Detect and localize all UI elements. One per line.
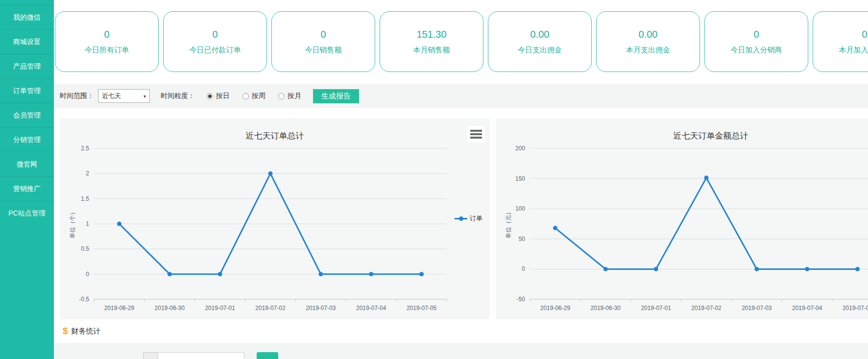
y-tick-label: 200 (515, 145, 525, 152)
toolbox-bar (470, 130, 482, 132)
stat-label: 今日支出佣金 (518, 46, 562, 55)
data-point (168, 272, 172, 276)
x-tick-label: 2019-07-05 (843, 305, 868, 311)
legend-item-orders[interactable]: 订单 (455, 214, 482, 223)
data-point (218, 272, 222, 276)
x-tick-label: 2019-07-02 (255, 305, 286, 311)
sidebar-item-label: 分销管理 (13, 136, 41, 144)
orders-line-chart: 近七天订单总计单位（个）2.521.510.50-0.52019-06-2920… (60, 118, 490, 319)
finance-input-group (143, 352, 278, 359)
stat-label: 今日加入分销商 (731, 46, 782, 55)
x-tick-label: 2019-07-04 (356, 305, 386, 311)
data-line (555, 178, 857, 269)
radio-by-week[interactable]: 按周 (242, 92, 265, 100)
stat-value: 151.30 (416, 29, 446, 40)
data-point (704, 175, 709, 180)
stat-value: 0 (104, 29, 109, 40)
stat-value: 0 (862, 29, 867, 40)
stat-card-month-commission: 0.00 本月支出佣金 (596, 11, 700, 72)
data-point (553, 226, 557, 230)
toolbox-bar (470, 133, 482, 135)
y-tick-label: 150 (515, 175, 525, 182)
granularity-radio-group: 按日 按周 按月 (207, 92, 301, 100)
x-tick-label: 2019-07-03 (306, 305, 336, 311)
x-tick-label: 2019-07-01 (641, 305, 671, 311)
x-tick-label: 2019-07-03 (742, 305, 772, 311)
time-range-selected-value: 近七天 (102, 92, 121, 100)
radio-label: 按月 (288, 92, 301, 100)
chart-toolbox-icon[interactable] (467, 126, 485, 143)
data-point (754, 267, 759, 271)
x-tick-label: 2019-07-02 (691, 305, 722, 311)
data-point (855, 267, 860, 271)
finance-input[interactable] (158, 352, 244, 359)
sidebar-item-label: 微官网 (17, 160, 37, 169)
data-point (318, 272, 323, 276)
charts-row: 近七天订单总计单位（个）2.521.510.50-0.52019-06-2920… (54, 108, 868, 319)
stat-value: 0.00 (530, 29, 550, 40)
x-tick-label: 2019-07-05 (407, 305, 437, 311)
stat-label: 今日销售额 (305, 46, 342, 55)
stat-card-today-sales: 0 今日销售额 (271, 11, 375, 72)
sidebar-item-my-wechat[interactable]: 我的微信 (0, 5, 54, 29)
data-point (603, 267, 608, 271)
y-tick-label: 100 (515, 205, 525, 212)
y-tick-label: 1.5 (81, 195, 89, 202)
stat-value: 0 (320, 29, 326, 40)
data-point (268, 171, 273, 176)
x-tick-label: 2019-07-01 (205, 305, 235, 311)
finance-section-header: $ 财务统计 (54, 319, 868, 343)
y-tick-label: 2 (86, 170, 89, 177)
sidebar-item-pc-site[interactable]: PC站点管理 (0, 201, 54, 225)
finance-section-body (54, 343, 868, 359)
radio-by-month[interactable]: 按月 (278, 92, 301, 100)
stat-card-month-sales: 151.30 本月销售额 (380, 11, 483, 72)
sidebar-item-label: 商城设置 (13, 38, 41, 47)
chart-title: 近七天订单总计 (246, 131, 304, 141)
sidebar-item-micro-site[interactable]: 微官网 (0, 152, 54, 176)
sidebar-item-marketing[interactable]: 营销推广 (0, 176, 54, 201)
y-tick-label: 0 (86, 271, 89, 278)
order-amount-line-chart: 近七天订单金额总计单位（元）200150100500-502019-06-292… (496, 118, 868, 319)
sidebar-item-label: 营销推广 (13, 185, 41, 193)
sidebar-item-mall-settings[interactable]: 商城设置 (0, 29, 54, 54)
chart-title: 近七天订单金额总计 (674, 131, 748, 141)
data-point (369, 272, 373, 276)
sidebar-nav: 我的微信 商城设置 产品管理 订单管理 会员管理 分销管理 微官网 营销推广 P… (0, 0, 54, 225)
stat-card-today-new-distributors: 0 今日加入分销商 (704, 11, 808, 72)
stat-card-month-new-distributors: 0 本月加入分销商 (813, 11, 868, 72)
radio-by-day[interactable]: 按日 (207, 92, 230, 100)
time-range-label: 时间范围： (60, 92, 94, 100)
chevron-down-icon: ▾ (144, 94, 146, 99)
dollar-icon: $ (63, 326, 68, 336)
legend-label: 订单 (470, 214, 482, 223)
y-tick-label: -50 (517, 296, 526, 303)
sidebar-item-orders[interactable]: 订单管理 (0, 78, 54, 103)
sidebar-item-distribution[interactable]: 分销管理 (0, 127, 54, 152)
stat-value: 0 (753, 29, 759, 40)
legend-line-marker-icon (455, 215, 467, 222)
sidebar-item-products[interactable]: 产品管理 (0, 54, 54, 78)
y-axis-name: 单位（个） (69, 209, 76, 239)
stats-row: 0 今日所有订单 0 今日已付款订单 0 今日销售额 151.30 本月销售额 … (54, 0, 868, 84)
data-point (805, 267, 809, 271)
time-range-select[interactable]: 近七天 ▾ (98, 89, 150, 103)
input-addon (143, 352, 158, 359)
data-point (654, 267, 658, 271)
x-tick-label: 2019-06-30 (155, 305, 185, 311)
radio-icon (278, 93, 285, 99)
y-tick-label: 0 (522, 265, 525, 272)
finance-submit-button[interactable] (257, 352, 278, 359)
stat-label: 今日所有订单 (85, 46, 129, 55)
sidebar-item-label: 订单管理 (13, 87, 41, 96)
generate-report-button[interactable]: 生成报告 (313, 89, 359, 103)
sidebar-item-members[interactable]: 会员管理 (0, 103, 54, 127)
radio-label: 按日 (216, 92, 230, 100)
data-point (419, 272, 424, 276)
y-tick-label: 1 (86, 220, 89, 227)
stat-value: 0 (212, 29, 217, 40)
stat-label: 本月销售额 (413, 46, 450, 55)
y-tick-label: 0.5 (81, 245, 89, 252)
chart-panel-orders: 近七天订单总计单位（个）2.521.510.50-0.52019-06-2920… (60, 118, 490, 319)
filter-bar: 时间范围： 近七天 ▾ 时间粒度： 按日 按周 按月 生成报告 (54, 84, 868, 108)
